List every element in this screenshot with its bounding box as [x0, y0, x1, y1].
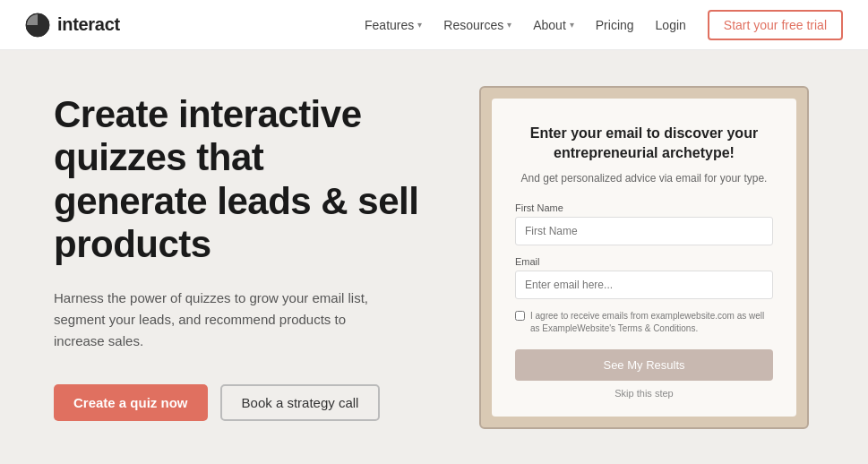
nav-about[interactable]: About ▾	[533, 18, 574, 32]
email-label: Email	[515, 256, 773, 267]
hero-headline: Create interactive quizzes that generate…	[54, 93, 420, 266]
first-name-label: First Name	[515, 202, 773, 213]
create-quiz-button[interactable]: Create a quiz now	[54, 384, 208, 421]
see-results-button[interactable]: See My Results	[515, 349, 773, 381]
email-input[interactable]	[515, 271, 773, 299]
main-content: Create interactive quizzes that generate…	[0, 50, 868, 464]
nav-resources[interactable]: Resources ▾	[443, 18, 511, 32]
start-trial-button[interactable]: Start your free trial	[708, 10, 843, 40]
first-name-group: First Name	[515, 202, 773, 245]
nav-login[interactable]: Login	[656, 18, 686, 32]
quiz-card: Enter your email to discover your entrep…	[492, 99, 796, 417]
main-nav: Features ▾ Resources ▾ About ▾ Pricing L…	[365, 10, 843, 40]
terms-row: I agree to receive emails from examplewe…	[515, 310, 773, 335]
cta-buttons: Create a quiz now Book a strategy call	[54, 384, 420, 421]
email-group: Email	[515, 256, 773, 299]
quiz-preview-section: Enter your email to discover your entrep…	[474, 86, 814, 429]
book-strategy-button[interactable]: Book a strategy call	[220, 384, 381, 421]
chevron-down-icon: ▾	[507, 20, 511, 30]
terms-label: I agree to receive emails from examplewe…	[530, 310, 773, 335]
hero-subtext: Harness the power of quizzes to grow you…	[54, 288, 385, 352]
skip-step-link[interactable]: Skip this step	[515, 388, 773, 399]
chevron-down-icon: ▾	[417, 20, 422, 30]
quiz-subtitle: And get personalized advice via email fo…	[515, 171, 773, 186]
chevron-down-icon: ▾	[570, 20, 574, 30]
terms-checkbox[interactable]	[515, 311, 525, 321]
nav-pricing[interactable]: Pricing	[596, 18, 634, 32]
brand-name: interact	[57, 14, 120, 35]
logo-icon	[25, 13, 50, 38]
browser-frame: Enter your email to discover your entrep…	[479, 86, 809, 429]
hero-left: Create interactive quizzes that generate…	[54, 93, 420, 421]
nav-features[interactable]: Features ▾	[365, 18, 422, 32]
logo[interactable]: interact	[25, 13, 120, 38]
first-name-input[interactable]	[515, 217, 773, 245]
quiz-title: Enter your email to discover your entrep…	[515, 124, 773, 164]
